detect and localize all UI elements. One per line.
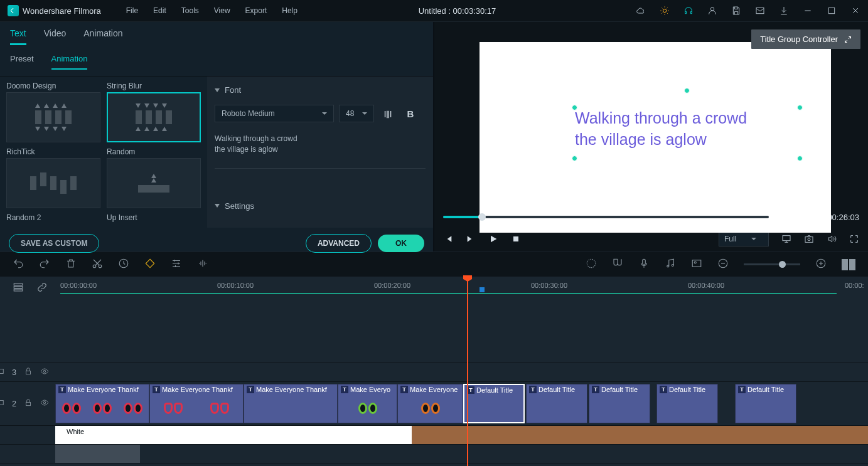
download-icon[interactable] (779, 6, 789, 16)
preset-random[interactable]: Random (107, 146, 201, 208)
selection-box[interactable]: Walking through a crowd the village is a… (575, 108, 800, 158)
audio-track-content[interactable]: White (55, 426, 868, 444)
adjust-icon[interactable] (171, 258, 182, 271)
handle-bl[interactable] (572, 156, 577, 161)
menu-tools[interactable]: Tools (175, 4, 205, 18)
font-family-select[interactable]: Roboto Medium (215, 105, 334, 122)
close-icon[interactable] (850, 6, 860, 16)
quality-select[interactable]: Full (719, 231, 769, 246)
preset-upinsert[interactable]: Up Insert (107, 212, 201, 224)
lock-icon[interactable] (24, 367, 33, 378)
crop-icon[interactable] (144, 258, 156, 271)
settings-section-header[interactable]: Settings (215, 199, 426, 217)
zoom-in-icon[interactable] (815, 258, 827, 271)
zoom-slider[interactable] (744, 263, 800, 265)
save-as-custom-button[interactable]: SAVE AS CUSTOM (9, 234, 99, 253)
link-icon[interactable] (36, 282, 48, 295)
snapshot-icon[interactable] (804, 234, 814, 244)
cut-icon[interactable] (92, 258, 103, 271)
speed-icon[interactable] (118, 258, 129, 271)
font-size-select[interactable]: 48 (339, 105, 374, 122)
handle-br[interactable] (797, 156, 803, 161)
text-preview[interactable]: Walking through a crowd the village is a… (215, 130, 426, 168)
undo-icon[interactable] (13, 258, 24, 271)
fullscreen-icon[interactable] (849, 234, 859, 244)
subtab-preset[interactable]: Preset (10, 54, 34, 70)
clip[interactable]: TMake Everyone Thankf (149, 384, 244, 423)
zoom-out-icon[interactable] (717, 258, 729, 271)
main-menu: File Edit Tools View Export Help (120, 4, 304, 18)
ok-button[interactable]: OK (378, 235, 424, 252)
clip[interactable]: TMake Everyone (397, 384, 463, 423)
svg-rect-21 (14, 289, 23, 291)
clip[interactable]: TDefault Title (735, 384, 796, 423)
clip[interactable]: TDefault Title (656, 384, 718, 423)
play-icon[interactable] (488, 234, 498, 244)
volume-icon[interactable] (827, 234, 837, 244)
audio-clip[interactable] (412, 426, 868, 444)
preview-viewport[interactable]: Walking through a crowd the village is a… (434, 22, 868, 208)
music-icon[interactable] (665, 258, 676, 271)
redo-icon[interactable] (39, 258, 50, 271)
tab-text[interactable]: Text (10, 28, 26, 45)
step-back-icon[interactable] (443, 234, 453, 244)
time-ruler[interactable]: 00:00:00:00 00:00:10:00 00:00:20:00 00:0… (60, 282, 868, 299)
clip-selected[interactable]: TDefault Title (463, 384, 525, 423)
sun-icon[interactable] (660, 6, 670, 16)
clip[interactable]: TDefault Title (589, 384, 650, 423)
out-marker[interactable] (480, 287, 485, 292)
track-2-content[interactable]: TMake Everyone Thankf TMake Everyone Tha… (55, 382, 868, 425)
tab-animation[interactable]: Animation (83, 28, 122, 45)
menu-export[interactable]: Export (239, 4, 274, 18)
menu-file[interactable]: File (120, 4, 144, 18)
clip[interactable]: TMake Everyone Thankf (244, 384, 338, 423)
mail-icon[interactable] (755, 6, 765, 16)
advanced-button[interactable]: ADVANCED (306, 234, 372, 253)
audio-clip-white[interactable]: White (55, 426, 412, 444)
preset-richtick[interactable]: RichTick (6, 146, 100, 208)
stop-icon[interactable] (511, 234, 521, 244)
render-icon[interactable] (586, 258, 597, 271)
clip-stub[interactable] (55, 445, 140, 463)
handle-tl[interactable] (572, 105, 577, 110)
menu-edit[interactable]: Edit (147, 4, 173, 18)
menu-view[interactable]: View (208, 4, 237, 18)
clip[interactable]: TMake Everyone Thankf (55, 384, 149, 423)
maximize-icon[interactable] (827, 6, 837, 16)
step-forward-icon[interactable] (466, 234, 476, 244)
playhead[interactable] (467, 277, 468, 466)
bold-icon[interactable]: B (402, 105, 419, 122)
eye-icon[interactable] (40, 367, 49, 378)
preset-stringblur[interactable]: String Blur (107, 80, 201, 142)
zoom-thumb[interactable] (779, 261, 786, 268)
user-icon[interactable] (707, 6, 717, 16)
rotate-handle[interactable] (684, 88, 690, 93)
tab-video[interactable]: Video (44, 28, 67, 45)
clip[interactable]: TMake Everyo (338, 384, 397, 423)
picture-icon[interactable] (691, 258, 702, 271)
eye-icon[interactable] (40, 398, 49, 409)
subtab-animation[interactable]: Animation (51, 54, 88, 70)
handle-tr[interactable] (797, 105, 803, 110)
cloud-icon[interactable] (636, 6, 646, 16)
title-group-controller-button[interactable]: Title Group Controller (751, 29, 860, 49)
lock-icon[interactable] (24, 398, 33, 409)
voiceover-icon[interactable] (638, 258, 650, 271)
save-icon[interactable] (731, 6, 741, 16)
monitor-icon[interactable] (781, 234, 791, 244)
headphones-icon[interactable] (683, 6, 694, 16)
preset-doomo[interactable]: Doomo Design (6, 80, 100, 142)
audio-icon[interactable] (197, 258, 208, 271)
track-manager-icon[interactable] (13, 282, 24, 295)
marker-icon[interactable] (612, 258, 623, 271)
delete-icon[interactable] (65, 258, 77, 271)
scrub-track[interactable] (443, 216, 769, 218)
canvas[interactable]: Walking through a crowd the village is a… (480, 42, 831, 233)
minimize-icon[interactable] (803, 6, 813, 16)
zoom-fit-icon[interactable] (842, 259, 855, 270)
font-section-header[interactable]: Font (215, 83, 426, 101)
line-spacing-icon[interactable]: |‖| (379, 105, 397, 122)
preset-random2[interactable]: Random 2 (6, 212, 100, 224)
menu-help[interactable]: Help (276, 4, 304, 18)
clip[interactable]: TDefault Title (526, 384, 587, 423)
